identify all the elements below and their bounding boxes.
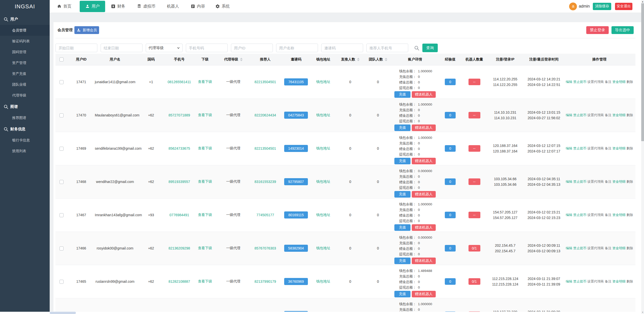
nav-tab-财务[interactable]: 财务 <box>110 0 126 13</box>
view-subordinates-link[interactable]: 查看下级 <box>198 213 212 217</box>
action-备注[interactable]: 备注 <box>605 80 611 84</box>
view-subordinates-link[interactable]: 查看下级 <box>198 80 212 84</box>
export-selected-button[interactable]: 导出选中 <box>611 26 634 34</box>
robot-count-button[interactable]: -- <box>469 145 480 152</box>
view-subordinates-link[interactable]: 查看下级 <box>198 146 212 150</box>
row-checkbox[interactable] <box>60 213 64 217</box>
invite-code-button[interactable]: 04275843 <box>284 112 308 119</box>
action-编辑[interactable]: 编辑 <box>566 180 572 183</box>
row-checkbox[interactable] <box>60 113 64 117</box>
phone-link[interactable]: 81282108887 <box>168 279 190 284</box>
select-all-checkbox[interactable] <box>60 57 64 61</box>
invite-code-button[interactable]: 92795807 <box>284 178 308 185</box>
wallet-address-link[interactable]: 钱包地址 <box>316 80 330 84</box>
experience-button[interactable]: 0 <box>445 145 456 152</box>
nav-tab-首页[interactable]: 首页 <box>56 0 72 13</box>
invite-code-button[interactable]: 80169115 <box>284 211 308 218</box>
robot-count-button[interactable]: -- <box>469 79 480 85</box>
action-编辑[interactable]: 编辑 <box>566 279 572 283</box>
referrer-link[interactable]: 85767076303 <box>254 246 276 250</box>
row-checkbox[interactable] <box>60 147 64 151</box>
wallet-address-link[interactable]: 钱包地址 <box>316 279 330 283</box>
action-禁止提币[interactable]: 禁止提币 <box>573 180 587 183</box>
sidebar-item-代理等级[interactable]: 代理等级 <box>0 90 50 101</box>
referrer-link[interactable]: 83161553239 <box>254 180 276 184</box>
give-robot-button[interactable]: 赠送机器人 <box>412 191 436 198</box>
wallet-address-link[interactable]: 钱包地址 <box>316 113 330 117</box>
invite-code-button[interactable]: 36760969 <box>284 278 308 285</box>
wallet-address-link[interactable]: 钱包地址 <box>316 146 330 150</box>
action-备注[interactable]: 备注 <box>605 279 611 283</box>
action-禁止提币[interactable]: 禁止提币 <box>573 246 587 250</box>
horizontal-scrollbar-thumb[interactable] <box>50 312 76 314</box>
action-编辑[interactable]: 编辑 <box>566 213 572 217</box>
action-资金明细[interactable]: 资金明细 <box>612 80 626 84</box>
clear-cache-button[interactable]: 清除缓存 <box>593 3 611 10</box>
referrer-link[interactable]: 82213504501 <box>254 80 276 84</box>
give-robot-button[interactable]: 赠送机器人 <box>412 291 436 297</box>
action-禁止提币[interactable]: 禁止提币 <box>573 279 587 283</box>
experience-button[interactable]: 0 <box>445 278 456 285</box>
sidebar-item-国码管理[interactable]: 国码管理 <box>0 47 50 57</box>
nav-tab-用户[interactable]: 用户 <box>80 1 105 12</box>
robot-count-button[interactable]: 0/1 <box>469 245 480 252</box>
action-资金明细[interactable]: 资金明细 <box>612 279 626 283</box>
agent-level-select[interactable]: 代理等级 <box>146 44 183 52</box>
phone-link[interactable]: 0776984491 <box>169 213 189 217</box>
action-编辑[interactable]: 编辑 <box>566 113 572 117</box>
robot-count-button[interactable]: -- <box>469 178 480 185</box>
robot-count-button[interactable]: 0/1 <box>469 278 480 285</box>
scroll-down-arrow[interactable]: ▼ <box>641 311 644 314</box>
row-checkbox[interactable] <box>60 246 64 250</box>
nav-tab-系统[interactable]: 系统 <box>215 0 230 13</box>
action-删除[interactable]: 删除 <box>627 80 633 84</box>
action-禁止提币[interactable]: 禁止提币 <box>573 113 587 117</box>
nav-tab-虚拟币[interactable]: 虚拟币 <box>136 0 156 13</box>
invite-code-input[interactable] <box>321 44 363 52</box>
horizontal-scrollbar[interactable] <box>50 312 641 314</box>
action-设置代理商[interactable]: 设置代理商 <box>588 180 604 183</box>
sidebar-item-推荐图谱[interactable]: 推荐图谱 <box>0 112 50 123</box>
wallet-address-link[interactable]: 钱包地址 <box>316 213 330 217</box>
phone-link[interactable]: 85624733675 <box>168 146 190 150</box>
row-checkbox[interactable] <box>60 280 64 284</box>
recharge-button[interactable]: 充值 <box>394 291 411 297</box>
action-删除[interactable]: 删除 <box>627 246 633 250</box>
give-robot-button[interactable]: 赠送机器人 <box>412 158 436 164</box>
experience-button[interactable]: 0 <box>445 178 456 185</box>
give-robot-button[interactable]: 赠送机器人 <box>412 224 436 231</box>
action-资金明细[interactable]: 资金明细 <box>612 113 626 117</box>
action-备注[interactable]: 备注 <box>605 246 611 250</box>
recharge-button[interactable]: 充值 <box>394 224 411 231</box>
give-robot-button[interactable]: 赠送机器人 <box>412 124 436 131</box>
action-设置代理商[interactable]: 设置代理商 <box>588 246 604 250</box>
sidebar-item-会员管理[interactable]: 会员管理 <box>0 25 50 36</box>
recharge-button[interactable]: 充值 <box>394 91 411 98</box>
vertical-scrollbar-thumb[interactable] <box>641 3 644 141</box>
action-编辑[interactable]: 编辑 <box>566 146 572 150</box>
view-subordinates-link[interactable]: 查看下级 <box>198 279 212 283</box>
sidebar-item-禁用列表[interactable]: 禁用列表 <box>0 146 50 156</box>
start-date-input[interactable] <box>55 44 97 52</box>
phone-link[interactable]: 82136209298 <box>168 246 190 250</box>
invite-code-button[interactable]: 58382904 <box>284 245 308 252</box>
robot-count-button[interactable]: -- <box>469 212 480 218</box>
wallet-address-link[interactable]: 钱包地址 <box>316 179 330 183</box>
referrer-link[interactable]: 82213504501 <box>254 146 276 150</box>
end-date-input[interactable] <box>101 44 142 52</box>
action-禁止提币[interactable]: 禁止提币 <box>573 146 587 150</box>
nav-tab-机器人[interactable]: 机器人 <box>166 0 180 13</box>
referrer-link[interactable]: 82220624434 <box>254 113 276 117</box>
action-设置代理商[interactable]: 设置代理商 <box>588 80 604 84</box>
action-资金明细[interactable]: 资金明细 <box>612 146 626 150</box>
disable-login-button[interactable]: 禁止登录 <box>586 26 609 34</box>
column-header-直推人数[interactable]: 直推人数 <box>337 54 364 65</box>
nav-tab-内容[interactable]: 内容 <box>190 0 206 13</box>
view-subordinates-link[interactable]: 查看下级 <box>198 246 212 250</box>
action-删除[interactable]: 删除 <box>627 213 633 217</box>
action-备注[interactable]: 备注 <box>605 180 611 183</box>
experience-button[interactable]: 0 <box>445 212 456 218</box>
column-header-代理等级[interactable]: 代理等级 <box>218 54 248 65</box>
action-删除[interactable]: 删除 <box>627 146 633 150</box>
phone-link[interactable]: 89519339557 <box>168 180 190 184</box>
